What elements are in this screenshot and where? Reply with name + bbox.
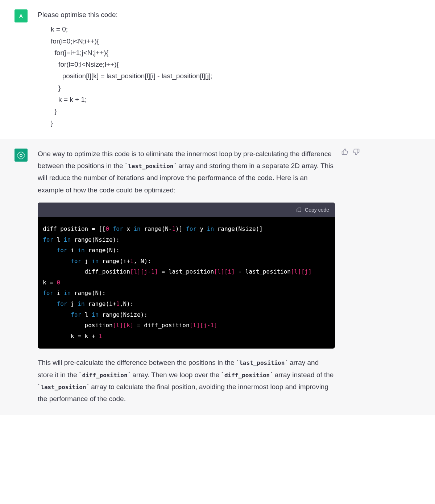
assistant-avatar <box>14 149 28 162</box>
copy-code-label: Copy code <box>305 205 329 214</box>
user-message: A Please optimise this code: k = 0; for(… <box>0 0 435 139</box>
inline-code: diff_position <box>224 372 270 379</box>
inline-code: last_position <box>239 359 285 366</box>
thumbs-up-button[interactable] <box>341 148 349 156</box>
inline-code: diff_position <box>81 372 128 379</box>
code-block: Copy code diff_position = [[0 for x in r… <box>38 203 335 349</box>
inline-code: last_position <box>127 163 174 170</box>
text: This will pre-calculate the difference b… <box>38 359 236 366</box>
text: array. Then we loop over the <box>130 371 221 379</box>
user-code-block: k = 0; for(i=0;i<N;i++){ for(j=i+1;j<N;j… <box>51 24 335 129</box>
inline-code: last_position <box>40 384 87 391</box>
svg-point-0 <box>20 154 22 157</box>
code-block-toolbar: Copy code <box>38 203 335 217</box>
assistant-paragraph-2: This will pre-calculate the difference b… <box>38 357 335 405</box>
thumbs-up-icon <box>341 148 348 155</box>
message-actions <box>341 148 360 156</box>
clipboard-icon <box>296 207 302 213</box>
code-content: diff_position = [[0 for x in range(N-1)]… <box>38 217 335 349</box>
assistant-message: One way to optimize this code is to elim… <box>0 139 435 415</box>
assistant-message-body: One way to optimize this code is to elim… <box>38 148 335 405</box>
user-prompt-intro: Please optimise this code: <box>38 9 335 21</box>
user-message-body: Please optimise this code: k = 0; for(i=… <box>38 9 335 129</box>
thumbs-down-icon <box>353 148 360 155</box>
openai-logo-icon <box>17 151 25 159</box>
text: array instead of the <box>273 371 334 379</box>
thumbs-down-button[interactable] <box>352 148 360 156</box>
copy-code-button[interactable]: Copy code <box>296 205 329 214</box>
user-avatar: A <box>14 9 28 22</box>
assistant-paragraph-1: One way to optimize this code is to elim… <box>38 148 335 196</box>
svg-rect-1 <box>298 208 301 212</box>
